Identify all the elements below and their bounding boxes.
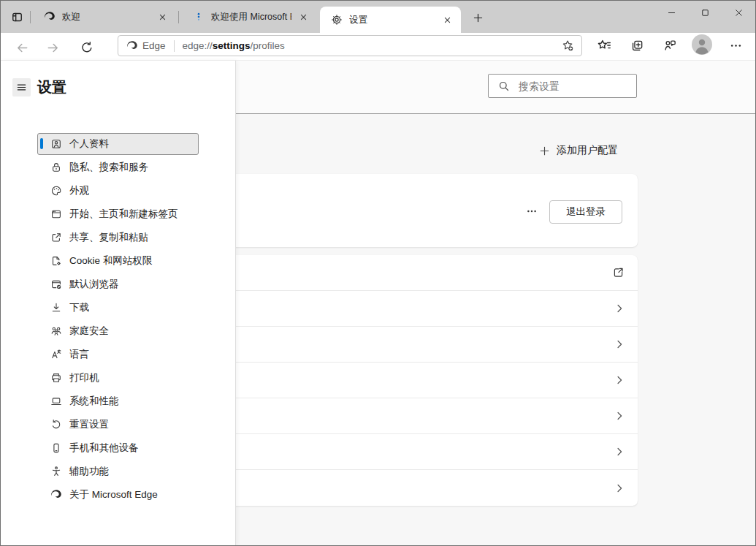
sidebar-item-appearance[interactable]: 外观: [37, 180, 199, 202]
settings-sidebar: 设置 个人资料 隐私、搜索和服务: [1, 61, 236, 546]
sidebar-item-share-copy-paste[interactable]: 共享、复制和粘贴: [37, 227, 199, 249]
sidebar-item-privacy[interactable]: 隐私、搜索和服务: [37, 156, 199, 178]
tab-close-button[interactable]: [297, 11, 310, 23]
sidebar-item-accessibility[interactable]: 辅助功能: [37, 460, 199, 482]
sidebar-item-reset-settings[interactable]: 重置设置: [37, 414, 199, 436]
add-profile-button[interactable]: 添加用户配置: [539, 140, 618, 162]
accessibility-icon: [50, 466, 62, 478]
feedback-button[interactable]: [660, 36, 680, 55]
about-edge-icon: [50, 489, 62, 501]
browser-window: 欢迎 欢迎使用 Microsoft Edg 设置: [0, 0, 756, 546]
url-path: /profiles: [251, 40, 285, 51]
chevron-right-icon: [614, 447, 625, 457]
menu-toggle-button[interactable]: [12, 78, 31, 96]
ellipsis-icon: [730, 39, 742, 52]
sidebar-item-family-safety[interactable]: 家庭安全: [37, 320, 199, 342]
sidebar-item-default-browser[interactable]: 默认浏览器: [37, 273, 199, 295]
chevron-right-icon: [614, 411, 625, 421]
tab-title: 欢迎: [62, 11, 150, 23]
sidebar-item-downloads[interactable]: 下载: [37, 297, 199, 319]
page-title: 设置: [37, 77, 66, 97]
printers-icon: [50, 372, 62, 384]
settings-page: 添加用户配置 退出登录: [1, 61, 756, 546]
profile-more-options-button[interactable]: [522, 203, 541, 219]
appearance-icon: [50, 185, 62, 197]
tab-close-button[interactable]: [441, 14, 454, 26]
favorites-star-icon: [597, 39, 611, 53]
workspaces-icon: [11, 11, 23, 23]
sign-out-button[interactable]: 退出登录: [549, 200, 622, 224]
selected-indicator: [40, 138, 43, 149]
profile-icon: [50, 138, 62, 151]
sidebar-header: 设置: [12, 77, 66, 97]
minimize-button[interactable]: [654, 1, 688, 25]
maximize-button[interactable]: [688, 1, 722, 25]
gear-icon: [330, 14, 343, 26]
sidebar-item-cookies-permissions[interactable]: Cookie 和网站权限: [37, 250, 199, 272]
loading-dots-icon: [192, 11, 205, 23]
url-text: edge://settings/profiles: [183, 40, 558, 51]
tab-welcome[interactable]: 欢迎: [33, 1, 176, 33]
url-scheme: edge://: [183, 40, 213, 51]
settings-search-input[interactable]: [519, 80, 630, 92]
open-in-new-icon: [612, 267, 625, 279]
chevron-right-icon: [614, 483, 625, 493]
sidebar-item-profiles[interactable]: 个人资料: [37, 133, 199, 155]
collections-icon: [630, 39, 644, 53]
languages-icon: [50, 349, 62, 361]
refresh-button[interactable]: [77, 38, 97, 57]
avatar-icon: [692, 34, 712, 55]
plus-icon: [539, 145, 550, 156]
sidebar-item-start-home-newtab[interactable]: 开始、主页和新建标签页: [37, 203, 199, 225]
chevron-right-icon: [614, 303, 625, 314]
phone-devices-icon: [50, 442, 62, 455]
address-bar[interactable]: Edge edge://settings/profiles: [118, 35, 582, 56]
sidebar-item-about-edge[interactable]: 关于 Microsoft Edge: [37, 484, 199, 506]
chip-divider: [174, 40, 175, 52]
collections-button[interactable]: [627, 36, 647, 55]
settings-search-box[interactable]: [488, 74, 637, 98]
site-chip-label: Edge: [142, 40, 166, 51]
back-button[interactable]: [12, 38, 32, 57]
downloads-icon: [50, 302, 62, 314]
star-add-icon: [562, 39, 574, 52]
edge-logo-icon: [126, 40, 138, 52]
sidebar-item-system-performance[interactable]: 系统和性能: [37, 390, 199, 412]
tab-close-button[interactable]: [156, 11, 169, 23]
feedback-person-icon: [663, 39, 677, 53]
settings-more-button[interactable]: [725, 36, 746, 55]
hamburger-icon: [16, 82, 27, 93]
sidebar-item-phone-devices[interactable]: 手机和其他设备: [37, 437, 199, 459]
tab-bar: 欢迎 欢迎使用 Microsoft Edg 设置: [1, 1, 755, 33]
privacy-lock-icon: [50, 162, 62, 174]
url-host: settings: [213, 40, 251, 51]
chevron-right-icon: [614, 339, 625, 349]
startup-icon: [50, 208, 62, 221]
plus-icon: [473, 12, 484, 23]
settings-nav: 个人资料 隐私、搜索和服务 外观: [37, 133, 199, 507]
add-profile-label: 添加用户配置: [557, 144, 618, 157]
tab-workspaces-button[interactable]: [8, 8, 26, 26]
chevron-right-icon: [614, 375, 625, 385]
tab-title: 设置: [349, 14, 435, 26]
window-controls: [654, 1, 755, 25]
new-tab-button[interactable]: [469, 9, 486, 26]
favorites-button[interactable]: [594, 36, 614, 55]
sidebar-item-languages[interactable]: 语言: [37, 344, 199, 365]
sidebar-item-printers[interactable]: 打印机: [37, 367, 199, 389]
family-safety-icon: [50, 325, 62, 338]
more-options-icon: [526, 205, 538, 217]
add-favorite-button[interactable]: [558, 37, 577, 55]
tab-welcome-edge[interactable]: 欢迎使用 Microsoft Edg: [182, 1, 317, 33]
profile-avatar-button[interactable]: [692, 34, 712, 55]
default-browser-icon: [50, 278, 62, 291]
system-performance-icon: [50, 395, 62, 408]
close-window-button[interactable]: [722, 1, 755, 25]
tab-separator: [30, 11, 31, 23]
cookies-permissions-icon: [50, 255, 62, 268]
tab-settings[interactable]: 设置: [320, 7, 461, 33]
edge-logo-icon: [43, 11, 56, 23]
forward-button[interactable]: [42, 38, 63, 57]
site-chip[interactable]: Edge: [126, 40, 166, 52]
tab-title: 欢迎使用 Microsoft Edg: [211, 11, 291, 23]
